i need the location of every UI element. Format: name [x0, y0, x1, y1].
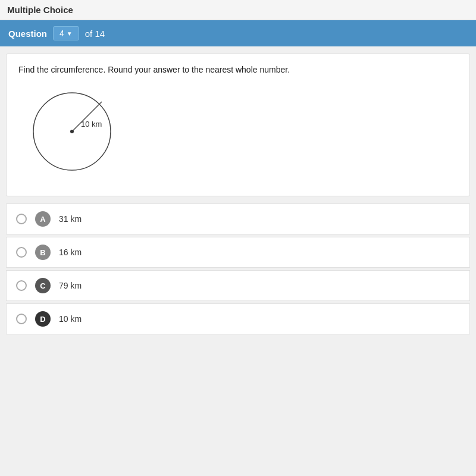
answer-badge-b: B: [35, 245, 51, 260]
radio-b[interactable]: [16, 247, 27, 258]
answers-section: A 31 km B 16 km C 79 km D 10 km: [6, 203, 470, 334]
answer-row-a[interactable]: A 31 km: [6, 203, 470, 234]
circle-diagram: 10 km: [24, 84, 120, 179]
answer-text-c: 79 km: [59, 281, 82, 290]
radio-d[interactable]: [16, 314, 27, 324]
dropdown-arrow-icon: ▼: [67, 30, 73, 37]
radio-a[interactable]: [16, 214, 27, 224]
question-header: Question 4 ▼ of 14: [0, 20, 476, 46]
question-text: Find the circumference. Round your answe…: [18, 65, 458, 74]
svg-point-2: [70, 130, 74, 133]
answer-text-b: 16 km: [59, 248, 82, 257]
answer-text-a: 31 km: [59, 214, 82, 224]
svg-text:10 km: 10 km: [81, 120, 102, 129]
question-number-dropdown[interactable]: 4 ▼: [53, 26, 79, 40]
current-question-num: 4: [60, 29, 64, 38]
answer-text-d: 10 km: [59, 314, 82, 324]
answer-row-c[interactable]: C 79 km: [6, 270, 470, 301]
answer-badge-c: C: [35, 278, 51, 293]
answer-badge-d: D: [35, 311, 51, 327]
answer-badge-a: A: [35, 211, 51, 227]
radio-c[interactable]: [16, 280, 27, 291]
question-label: Question: [8, 29, 47, 39]
question-card: Find the circumference. Round your answe…: [6, 54, 470, 196]
answer-row-d[interactable]: D 10 km: [6, 303, 470, 334]
answer-row-b[interactable]: B 16 km: [6, 237, 470, 268]
total-questions-label: of 14: [85, 29, 105, 39]
section-type-label: Multiple Choice: [0, 0, 476, 20]
